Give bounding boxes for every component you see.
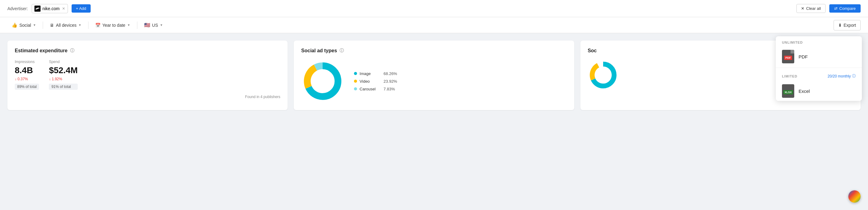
arrow-down-icon: ↓ xyxy=(15,77,17,81)
filter-divider-3 xyxy=(137,22,137,29)
pdf-item[interactable]: PDF PDF xyxy=(776,47,862,66)
clear-all-label: Clear all xyxy=(806,6,821,11)
info-icon-2: ⓘ xyxy=(340,48,344,54)
compare-button[interactable]: ⇄ Compare xyxy=(829,4,861,12)
legend-name-image: Image xyxy=(360,71,381,76)
compare-icon: ⇄ xyxy=(834,6,838,11)
impressions-value: 8.4B xyxy=(15,65,39,76)
export-dropdown: UNLIMITED PDF PDF LIMITED 20/20 monthly … xyxy=(776,36,862,101)
social-partial-text: Soc xyxy=(588,48,597,54)
chevron-down-icon-2: ▼ xyxy=(79,23,82,27)
advertiser-name: nike.com xyxy=(42,6,60,11)
xlsx-badge: XLSX xyxy=(783,90,793,94)
legend-dot-video xyxy=(354,80,357,83)
compare-label: Compare xyxy=(839,6,856,11)
advertiser-close-icon[interactable]: ✕ xyxy=(62,6,65,11)
filter-bar-left: 👍 Social ▼ 🖥 All devices ▼ 📅 Year to dat… xyxy=(7,20,167,30)
legend-dot-image xyxy=(354,72,357,75)
advertiser-chip: nike.com ✕ xyxy=(32,4,68,13)
expenditure-title: Estimated expenditure ⓘ xyxy=(15,48,280,54)
export-button[interactable]: ⬇ Export xyxy=(834,20,861,30)
all-devices-label: All devices xyxy=(56,23,76,28)
chevron-down-icon-3: ▼ xyxy=(127,23,130,27)
xlsx-file-icon: XLSX xyxy=(782,84,794,98)
flag-icon: 🇺🇸 xyxy=(144,22,150,28)
export-label: Export xyxy=(844,23,856,28)
monthly-label: 20/20 monthly xyxy=(828,74,851,79)
pdf-file-icon: PDF xyxy=(782,50,794,63)
legend-item-image: Image 68.26% xyxy=(354,71,397,76)
thumbs-up-icon: 👍 xyxy=(12,23,18,28)
spend-value: $52.4M xyxy=(49,65,78,76)
legend-name-carousel: Carousel xyxy=(360,87,381,91)
download-icon: ⬇ xyxy=(838,23,842,28)
spend-label: Spend xyxy=(49,60,78,64)
clear-all-icon: ✕ xyxy=(801,6,804,11)
advertiser-label: Advertiser: xyxy=(7,6,28,11)
content-area: Estimated expenditure ⓘ Impressions 8.4B… xyxy=(0,33,868,117)
legend-item-video: Video 23.92% xyxy=(354,79,397,84)
social-ad-content: Image 68.26% Video 23.92% Carousel 7.83% xyxy=(301,60,566,103)
chevron-down-icon-4: ▼ xyxy=(160,23,163,27)
impressions-label: Impressions xyxy=(15,60,39,64)
found-text: Found in 4 publishers xyxy=(15,95,280,99)
limited-section-label: LIMITED xyxy=(782,74,797,78)
nike-logo xyxy=(34,5,40,12)
filter-divider-2 xyxy=(88,22,89,29)
excel-label: Excel xyxy=(799,89,810,94)
impressions-col: Impressions 8.4B ↓ 0.37% 89% of total xyxy=(15,60,39,90)
info-icon: ⓘ xyxy=(70,48,74,54)
pdf-badge: PDF xyxy=(784,56,792,60)
social-filter-label: Social xyxy=(19,23,31,28)
date-filter[interactable]: 📅 Year to date ▼ xyxy=(91,20,134,30)
country-label: US xyxy=(152,23,158,28)
limited-section-row: LIMITED 20/20 monthly ⓘ xyxy=(776,69,862,81)
legend-name-video: Video xyxy=(360,79,381,84)
social-ad-types-card: Social ad types ⓘ xyxy=(294,40,574,110)
expenditure-card: Estimated expenditure ⓘ Impressions 8.4B… xyxy=(7,40,287,110)
donut-chart xyxy=(301,60,344,103)
monthly-info-icon: ⓘ xyxy=(852,73,856,79)
social-ad-types-title: Social ad types ⓘ xyxy=(301,48,566,54)
spend-total: 91% of total xyxy=(49,84,78,90)
spend-col: Spend $52.4M ↓ 1.92% 91% of total xyxy=(49,60,78,90)
country-filter[interactable]: 🇺🇸 US ▼ xyxy=(140,20,167,30)
add-button[interactable]: + Add xyxy=(71,4,91,12)
legend-pct-video: 23.92% xyxy=(383,79,397,84)
excel-item[interactable]: XLSX Excel xyxy=(776,81,862,101)
impressions-total: 89% of total xyxy=(15,84,39,90)
top-bar-right: ✕ Clear all ⇄ Compare xyxy=(797,4,861,13)
legend-dot-carousel xyxy=(354,87,357,90)
filter-divider xyxy=(43,22,43,29)
expenditure-grid: Impressions 8.4B ↓ 0.37% 89% of total Sp… xyxy=(15,60,280,90)
monitor-icon: 🖥 xyxy=(50,23,54,28)
partial-donut-svg xyxy=(588,60,619,90)
add-label: + Add xyxy=(76,6,86,11)
legend-item-carousel: Carousel 7.83% xyxy=(354,87,397,91)
dropdown-divider xyxy=(776,68,862,68)
legend: Image 68.26% Video 23.92% Carousel 7.83% xyxy=(354,71,397,91)
pdf-label: PDF xyxy=(799,54,808,59)
unlimited-section-label: UNLIMITED xyxy=(776,36,862,47)
donut-svg xyxy=(301,60,344,103)
top-bar-left: Advertiser: nike.com ✕ + Add xyxy=(7,4,91,13)
monthly-badge: 20/20 monthly ⓘ xyxy=(828,73,856,79)
legend-pct-image: 68.26% xyxy=(383,71,397,76)
top-bar: Advertiser: nike.com ✕ + Add ✕ Clear all… xyxy=(0,0,868,17)
impressions-change: ↓ 0.37% xyxy=(15,77,39,81)
devices-filter[interactable]: 🖥 All devices ▼ xyxy=(45,20,86,30)
calendar-icon: 📅 xyxy=(95,23,100,28)
clear-all-button[interactable]: ✕ Clear all xyxy=(797,4,826,13)
arrow-down-icon-2: ↓ xyxy=(49,77,51,81)
spend-change: ↓ 1.92% xyxy=(49,77,78,81)
chevron-down-icon: ▼ xyxy=(33,23,36,27)
social-filter[interactable]: 👍 Social ▼ xyxy=(7,20,40,30)
legend-pct-carousel: 7.83% xyxy=(383,87,395,91)
filter-bar: 👍 Social ▼ 🖥 All devices ▼ 📅 Year to dat… xyxy=(0,17,868,33)
date-filter-label: Year to date xyxy=(102,23,125,28)
